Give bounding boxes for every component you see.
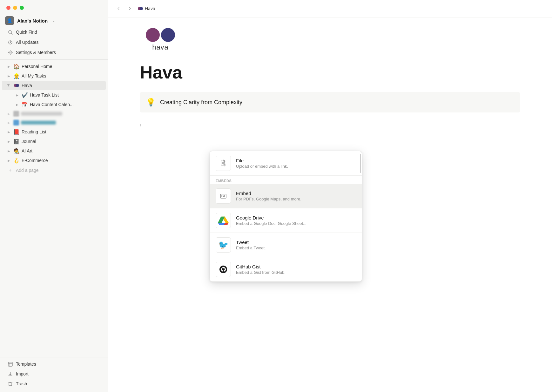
hava-circle-left (146, 28, 160, 42)
github-title: GitHub Gist (236, 264, 286, 269)
embed-item-content: Embed For PDFs, Google Maps, and more. (236, 191, 301, 201)
plus-icon: + (7, 167, 13, 173)
search-icon (7, 29, 13, 35)
file-title: File (236, 158, 288, 163)
sidebar-item-all-updates[interactable]: All Updates (2, 37, 106, 47)
svg-point-29 (219, 266, 227, 273)
sidebar-item-blurred-2: ▶ (2, 118, 106, 127)
chevron-right-icon: ▶ (6, 129, 11, 134)
menu-item-file[interactable]: File Upload or embed with a link. (210, 151, 362, 176)
all-my-tasks-label: All My Tasks (22, 73, 46, 78)
traffic-lights (0, 0, 108, 13)
menu-item-google-drive[interactable]: Google Drive Embed a Google Doc, Google … (210, 208, 362, 233)
journal-label: Journal (22, 139, 36, 144)
sidebar-item-hava-content-cal[interactable]: ▶ 📅 Hava Content Calen... (2, 100, 106, 109)
hava-text-logo: hava (152, 43, 169, 51)
e-commerce-icon: 🪝 (13, 157, 20, 164)
sidebar-item-quick-find[interactable]: Quick Find (2, 27, 106, 37)
workspace-header[interactable]: 👤 Alan's Notion ⌄ (0, 13, 108, 27)
topbar: Hava (108, 0, 552, 17)
svg-point-5 (10, 52, 11, 53)
page-content: hava Hava 💡 Creating Clarity from Comple… (108, 17, 552, 392)
hava-logo: hava (140, 27, 181, 52)
sidebar-item-trash[interactable]: Trash (2, 379, 106, 389)
sidebar-item-reading-list[interactable]: ▶ 📕 Reading List (2, 127, 106, 136)
reading-list-icon: 📕 (13, 129, 20, 135)
hava-label: Hava (22, 83, 32, 88)
page-title: Hava (140, 56, 520, 92)
chevron-right-icon: ▶ (6, 64, 11, 69)
tweet-item-content: Tweet Embed a Tweet. (236, 240, 266, 250)
e-commerce-label: E-Commerce (22, 158, 48, 163)
back-button[interactable] (114, 4, 123, 13)
google-drive-icon-box (216, 213, 231, 228)
google-drive-icon (218, 216, 229, 225)
svg-point-0 (9, 30, 11, 33)
add-page-label: Add a page (16, 168, 39, 173)
chevron-down-icon: ⌄ (52, 18, 55, 23)
github-item-content: GitHub Gist Embed a Gist from GitHub. (236, 264, 286, 275)
breadcrumb: Hava (137, 5, 155, 12)
sidebar-item-import[interactable]: Import (2, 369, 106, 379)
sidebar-item-blurred-1: ▶ (2, 110, 106, 118)
sidebar-item-settings[interactable]: Settings & Members (2, 48, 106, 57)
chevron-down-icon: ▶ (6, 83, 11, 88)
svg-point-15 (140, 7, 143, 10)
svg-rect-8 (8, 362, 12, 366)
sidebar-item-journal[interactable]: ▶ 📓 Journal (2, 137, 106, 146)
hava-task-list-label: Hava Task List (30, 92, 59, 98)
file-item-content: File Upload or embed with a link. (236, 158, 288, 169)
import-label: Import (16, 371, 29, 376)
personal-home-icon: 🏠 (13, 63, 20, 70)
file-icon-box (216, 156, 231, 171)
menu-item-github-gist[interactable]: GitHub Gist Embed a Gist from GitHub. (210, 257, 362, 281)
quick-find-label: Quick Find (16, 30, 37, 35)
hava-logo-circles (146, 28, 175, 42)
sidebar-item-hava[interactable]: ▶ Hava (2, 81, 106, 90)
sidebar-item-personal-home[interactable]: ▶ 🏠 Personal Home (2, 62, 106, 71)
all-updates-label: All Updates (16, 40, 39, 45)
sidebar-item-hava-task-list[interactable]: ▶ ✔️ Hava Task List (2, 91, 106, 99)
file-desc: Upload or embed with a link. (236, 164, 288, 169)
ai-art-label: AI Art (22, 148, 32, 153)
sidebar-item-templates[interactable]: Templates (2, 359, 106, 369)
embed-desc: For PDFs, Google Maps, and more. (236, 197, 301, 201)
sidebar-item-e-commerce[interactable]: ▶ 🪝 E-Commerce (2, 156, 106, 165)
maximize-button[interactable] (20, 6, 24, 10)
templates-label: Templates (16, 362, 36, 367)
all-my-tasks-icon: 👷 (13, 73, 20, 79)
settings-label: Settings & Members (16, 50, 56, 55)
journal-icon: 📓 (13, 138, 20, 145)
embed-icon-box (216, 188, 231, 204)
tweet-title: Tweet (236, 240, 266, 245)
github-icon-box (216, 262, 231, 277)
trash-icon (7, 381, 13, 387)
chevron-right-icon: ▶ (6, 73, 11, 78)
sidebar-item-ai-art[interactable]: ▶ 🧑‍🎨 AI Art (2, 146, 106, 155)
menu-item-tweet[interactable]: 🐦 Tweet Embed a Tweet. (210, 233, 362, 257)
chevron-right-icon: ▶ (6, 148, 11, 153)
trash-label: Trash (16, 381, 27, 386)
insert-menu-scroll: File Upload or embed with a link. EMBEDS… (210, 151, 362, 281)
sidebar-item-all-my-tasks[interactable]: ▶ 👷 All My Tasks (2, 71, 106, 80)
close-button[interactable] (6, 6, 10, 10)
sidebar-bottom: Templates Import Trash (0, 355, 108, 392)
add-page-button[interactable]: + Add a page (2, 166, 106, 175)
menu-item-embed[interactable]: Embed For PDFs, Google Maps, and more. (210, 184, 362, 208)
forward-button[interactable] (126, 4, 134, 13)
hava-content-cal-label: Hava Content Calen... (30, 102, 74, 107)
svg-line-23 (223, 195, 224, 197)
twitter-icon: 🐦 (218, 240, 228, 250)
tweet-icon-box: 🐦 (216, 237, 231, 253)
minimize-button[interactable] (13, 6, 17, 10)
main-content: Hava hava Hava 💡 Creating Clarity from C… (108, 0, 552, 392)
workspace-name: Alan's Notion (17, 18, 48, 24)
hava-content-cal-icon: 📅 (22, 101, 28, 108)
personal-home-label: Personal Home (22, 64, 52, 69)
ai-art-icon: 🧑‍🎨 (13, 148, 20, 154)
github-desc: Embed a Gist from GitHub. (236, 270, 286, 275)
menu-scrollbar[interactable] (360, 154, 361, 173)
hava-icon (13, 82, 20, 89)
github-icon (219, 265, 228, 274)
svg-line-4 (10, 43, 11, 43)
